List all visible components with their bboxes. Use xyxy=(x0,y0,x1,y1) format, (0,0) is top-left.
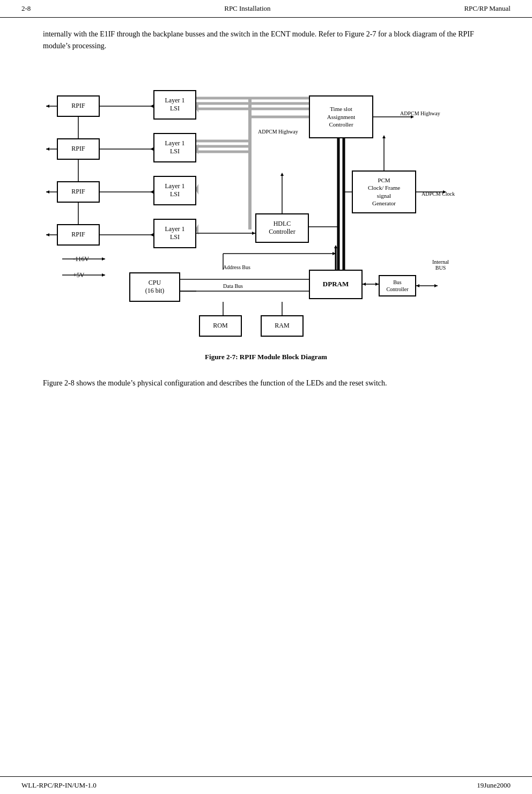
adpcm-clock-label: ADPCM Clock xyxy=(422,191,455,197)
rpif4-box: RPIF xyxy=(57,224,100,246)
address-bus-label: Address Bus xyxy=(223,264,250,270)
svg-marker-51 xyxy=(382,135,386,138)
rpif2-box: RPIF xyxy=(57,138,100,160)
svg-marker-76 xyxy=(102,273,105,277)
tsac-box: Time slotAssignmentController xyxy=(309,95,373,138)
svg-marker-69 xyxy=(363,283,366,286)
hdlc-box: HDLCController xyxy=(255,213,309,243)
rom-box: ROM xyxy=(199,315,242,337)
dpram-box: DPRAM xyxy=(309,270,363,299)
lsi2-box: Layer 1LSI xyxy=(153,133,196,162)
block-diagram: RPIF RPIF RPIF RPIF Layer 1LSI Layer 1LS… xyxy=(46,69,486,347)
svg-marker-19 xyxy=(46,233,49,236)
header-left: 2-8 xyxy=(21,4,31,13)
lsi4-box: Layer 1LSI xyxy=(153,219,196,248)
bus-ctrl-box: BusController xyxy=(379,275,416,296)
ram-box: RAM xyxy=(261,315,304,337)
rpif1-box: RPIF xyxy=(57,95,100,117)
cpu-box: CPU(16 bit) xyxy=(129,272,180,302)
header-center-right: RPC/RP Manual xyxy=(464,4,511,13)
lsi1-box: Layer 1LSI xyxy=(153,90,196,120)
svg-marker-54 xyxy=(280,173,284,176)
rpif3-box: RPIF xyxy=(57,181,100,203)
figure-caption: Figure 2-7: RPIF Module Block Diagram xyxy=(43,353,489,361)
header-center-left: RPC Installation xyxy=(224,4,270,13)
footer-left: WLL-RPC/RP-IN/UM-1.0 xyxy=(21,781,97,790)
adpcm-highway-label-2: ADPCM Highway xyxy=(400,110,440,116)
svg-marker-71 xyxy=(434,284,438,287)
body-text: Figure 2-8 shows the module’s physical c… xyxy=(43,377,489,389)
svg-marker-74 xyxy=(102,257,105,261)
adpcm-highway-label-1: ADPCM Highway xyxy=(258,129,298,135)
internal-bus-label: InternalBUS xyxy=(432,259,449,271)
lsi3-box: Layer 1LSI xyxy=(153,176,196,205)
page-footer: WLL-RPC/RP-IN/UM-1.0 19June2000 xyxy=(0,776,532,794)
data-bus-label: Data Bus xyxy=(223,283,243,289)
svg-marker-7 xyxy=(46,147,49,151)
svg-marker-66 xyxy=(334,245,337,248)
svg-marker-72 xyxy=(416,284,419,287)
voltage-plus-label: +5V xyxy=(73,271,84,279)
page-header: 2-8 RPC Installation RPC/RP Manual xyxy=(0,0,532,18)
pcm-gen-box: PCMClock/ FramesignalGenerator xyxy=(352,170,416,213)
svg-marker-1 xyxy=(46,105,49,108)
footer-right: 19June2000 xyxy=(477,781,511,790)
page-content: internally with the E1IF through the bac… xyxy=(0,18,532,421)
voltage-minus-label: -116V xyxy=(73,255,89,263)
intro-text: internally with the E1IF through the bac… xyxy=(43,28,489,53)
svg-marker-13 xyxy=(46,190,49,194)
